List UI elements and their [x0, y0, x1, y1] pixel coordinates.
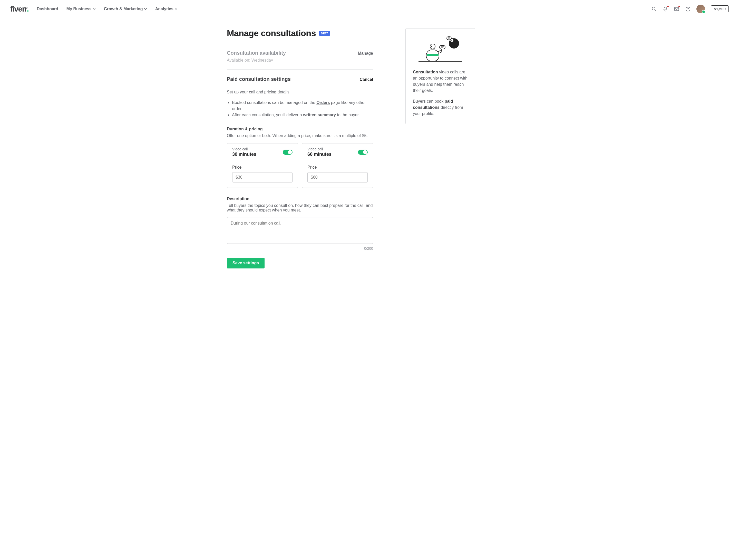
mail-icon[interactable]	[674, 6, 680, 12]
help-icon[interactable]	[685, 6, 691, 12]
info-card: Consultation video calls are an opportun…	[406, 28, 475, 124]
logo-dot: .	[27, 5, 28, 13]
orders-link[interactable]: Orders	[316, 100, 330, 105]
description-hint: Tell buyers the topics you consult on, h…	[227, 203, 373, 213]
header: fiverr. Dashboard My Business Growth & M…	[0, 0, 739, 18]
bell-icon[interactable]	[662, 6, 668, 12]
logo-text: fiverr	[10, 5, 27, 13]
bullet-summary: After each consultation, you'll deliver …	[232, 112, 373, 118]
info-paragraph-1: Consultation video calls are an opportun…	[413, 69, 468, 94]
nav-growth-marketing-label: Growth & Marketing	[104, 7, 143, 11]
description-heading: Description	[227, 196, 373, 201]
availability-heading: Consultation availability	[227, 50, 286, 56]
header-right: $1,500	[651, 5, 729, 13]
page-title-row: Manage consultations BETA	[227, 28, 373, 38]
svg-rect-16	[447, 37, 451, 40]
balance[interactable]: $1,500	[711, 5, 729, 12]
svg-rect-7	[427, 54, 439, 56]
manage-availability-link[interactable]: Manage	[358, 51, 373, 56]
page-title: Manage consultations	[227, 28, 316, 38]
duration-hint: Offer one option or both. When adding a …	[227, 133, 373, 138]
call-type: Video call	[232, 147, 256, 151]
search-icon[interactable]	[651, 6, 657, 12]
nav-growth-marketing[interactable]: Growth & Marketing	[104, 7, 147, 11]
duration-cards: Video call 30 minutes Price Video call 6…	[227, 143, 373, 188]
svg-point-15	[451, 40, 452, 41]
main-column: Manage consultations BETA Consultation a…	[227, 28, 373, 268]
card-top: Video call 60 minutes	[302, 143, 373, 161]
consultation-illustration	[413, 36, 468, 64]
main-nav: Dashboard My Business Growth & Marketing…	[37, 7, 177, 11]
beta-badge: BETA	[319, 31, 330, 36]
duration-card-30: Video call 30 minutes Price	[227, 143, 298, 188]
bullet-orders: Booked consultations can be managed on t…	[232, 100, 373, 112]
availability-status: Available on: Wednesday	[227, 58, 373, 62]
avatar[interactable]	[697, 5, 705, 13]
save-button[interactable]: Save settings	[227, 258, 265, 268]
card-body: Price	[302, 161, 373, 187]
page-content: Manage consultations BETA Consultation a…	[227, 18, 512, 289]
header-left: fiverr. Dashboard My Business Growth & M…	[10, 5, 177, 13]
card-info: Video call 60 minutes	[307, 147, 331, 157]
svg-line-1	[655, 9, 656, 11]
settings-intro: Set up your call and pricing details.	[227, 90, 373, 95]
nav-dashboard[interactable]: Dashboard	[37, 7, 58, 11]
settings-bullets: Booked consultations can be managed on t…	[227, 100, 373, 118]
price-input-30[interactable]	[232, 172, 293, 182]
price-input-60[interactable]	[307, 172, 368, 182]
price-label: Price	[307, 165, 368, 170]
card-info: Video call 30 minutes	[232, 147, 256, 157]
nav-my-business-label: My Business	[66, 7, 92, 11]
call-duration: 60 minutes	[307, 152, 331, 157]
chevron-down-icon	[174, 7, 177, 10]
divider	[227, 69, 373, 69]
sidebar: Consultation video calls are an opportun…	[406, 28, 475, 268]
call-type: Video call	[307, 147, 331, 151]
availability-section-header: Consultation availability Manage	[227, 50, 373, 56]
toggle-30[interactable]	[283, 150, 293, 155]
svg-rect-10	[440, 45, 445, 49]
svg-point-4	[688, 10, 688, 10]
toggle-60[interactable]	[358, 150, 368, 155]
nav-analytics[interactable]: Analytics	[155, 7, 177, 11]
nav-dashboard-label: Dashboard	[37, 7, 58, 11]
nav-analytics-label: Analytics	[155, 7, 173, 11]
card-body: Price	[227, 161, 298, 187]
call-duration: 30 minutes	[232, 152, 256, 157]
notification-dot	[667, 6, 669, 7]
logo[interactable]: fiverr.	[10, 5, 28, 13]
char-counter: 0/200	[227, 246, 373, 251]
nav-my-business[interactable]: My Business	[66, 7, 96, 11]
price-label: Price	[232, 165, 293, 170]
cancel-link[interactable]: Cancel	[360, 77, 373, 82]
settings-section-header: Paid consultation settings Cancel	[227, 76, 373, 82]
balance-amount: $1,500	[714, 7, 726, 11]
svg-point-9	[431, 46, 432, 47]
description-textarea[interactable]	[227, 217, 373, 244]
svg-rect-2	[675, 7, 679, 10]
duration-card-60: Video call 60 minutes Price	[302, 143, 373, 188]
card-top: Video call 30 minutes	[227, 143, 298, 161]
info-paragraph-2: Buyers can book paid consultations direc…	[413, 98, 468, 117]
chevron-down-icon	[144, 7, 147, 10]
chevron-down-icon	[93, 7, 96, 10]
duration-heading: Duration & pricing	[227, 127, 373, 131]
settings-heading: Paid consultation settings	[227, 76, 291, 82]
notification-dot	[679, 6, 680, 7]
